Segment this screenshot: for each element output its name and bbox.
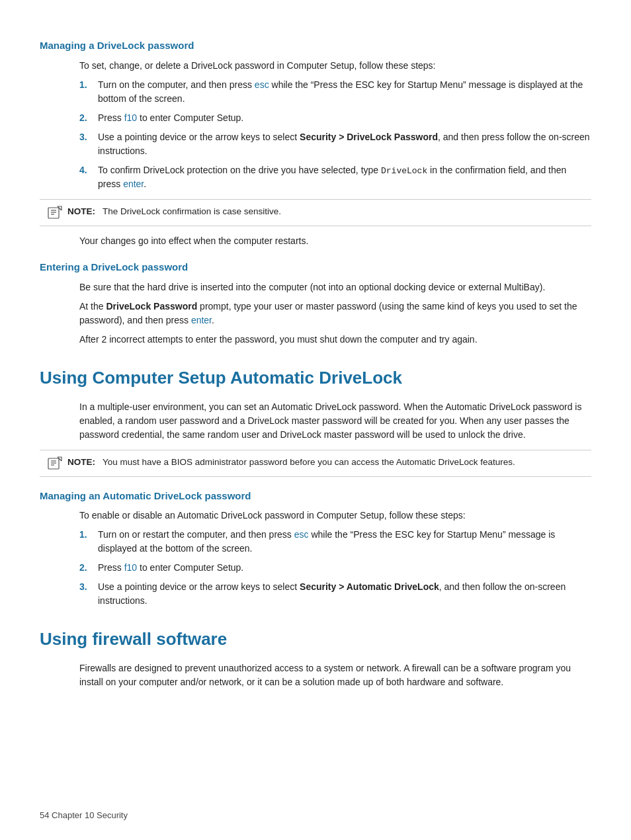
list-item: 3. Use a pointing device or the arrow ke… xyxy=(79,130,591,158)
firewall-para1: Firewalls are designed to prevent unauth… xyxy=(79,661,591,689)
esc-link[interactable]: esc xyxy=(294,529,309,540)
step-content: Turn on or restart the computer, and the… xyxy=(98,528,591,556)
step-number: 3. xyxy=(79,580,98,608)
step-number: 1. xyxy=(79,78,98,106)
step-number: 1. xyxy=(79,528,98,556)
managing-drivelock-steps: 1. Turn on the computer, and then press … xyxy=(79,78,591,192)
step-content: Use a pointing device or the arrow keys … xyxy=(98,130,591,158)
note-text-auto: NOTE: You must have a BIOS administrator… xyxy=(67,456,515,469)
page-footer: 54 Chapter 10 Security xyxy=(40,809,128,822)
code-text: DriveLock xyxy=(381,166,427,176)
note-text: NOTE: The DriveLock confirmation is case… xyxy=(67,205,281,218)
step-number: 2. xyxy=(79,561,98,575)
note-label-auto: NOTE: xyxy=(67,457,95,467)
entering-para1: Be sure that the hard drive is inserted … xyxy=(79,280,591,294)
enter-link[interactable]: enter xyxy=(191,315,212,325)
managing-drivelock-heading: Managing a DriveLock password xyxy=(40,38,591,54)
step-content: Turn on the computer, and then press esc… xyxy=(98,78,591,106)
after-note-text: Your changes go into effect when the com… xyxy=(79,234,591,248)
list-item: 3. Use a pointing device or the arrow ke… xyxy=(79,580,591,608)
svg-rect-0 xyxy=(48,208,59,218)
step-content: Press f10 to enter Computer Setup. xyxy=(98,561,591,575)
auto-drivelock-chapter-heading: Using Computer Setup Automatic DriveLock xyxy=(40,365,591,391)
step-number: 4. xyxy=(79,163,98,192)
auto-drivelock-para1: In a multiple-user environment, you can … xyxy=(79,400,591,442)
note-box: NOTE: The DriveLock confirmation is case… xyxy=(40,199,591,226)
auto-drivelock-chapter: Using Computer Setup Automatic DriveLock… xyxy=(40,365,591,477)
bold-text: Security > DriveLock Password xyxy=(300,132,438,142)
firewall-heading: Using firewall software xyxy=(40,626,591,652)
step-content: To confirm DriveLock protection on the d… xyxy=(98,163,591,192)
step-number: 3. xyxy=(79,130,98,158)
entering-drivelock-section: Entering a DriveLock password Be sure th… xyxy=(40,260,591,347)
list-item: 1. Turn on the computer, and then press … xyxy=(79,78,591,106)
enter-link[interactable]: enter xyxy=(123,179,144,189)
entering-para3: After 2 incorrect attempts to enter the … xyxy=(79,333,591,347)
managing-drivelock-intro: To set, change, or delete a DriveLock pa… xyxy=(79,59,591,73)
bold-text: DriveLock Password xyxy=(106,301,197,312)
entering-drivelock-heading: Entering a DriveLock password xyxy=(40,260,591,275)
esc-link[interactable]: esc xyxy=(255,79,269,90)
svg-rect-4 xyxy=(48,458,59,469)
managing-auto-intro: To enable or disable an Automatic DriveL… xyxy=(79,509,591,523)
managing-auto-drivelock-section: Managing an Automatic DriveLock password… xyxy=(40,489,591,609)
list-item: 4. To confirm DriveLock protection on th… xyxy=(79,163,591,192)
entering-para2: At the DriveLock Password prompt, type y… xyxy=(79,300,591,327)
f10-link[interactable]: f10 xyxy=(124,112,137,123)
f10-link[interactable]: f10 xyxy=(124,562,137,573)
list-item: 2. Press f10 to enter Computer Setup. xyxy=(79,111,591,125)
step-content: Use a pointing device or the arrow keys … xyxy=(98,580,591,608)
bold-text: Security > Automatic DriveLock xyxy=(300,581,439,592)
managing-auto-drivelock-heading: Managing an Automatic DriveLock password xyxy=(40,489,591,504)
note-box-auto: NOTE: You must have a BIOS administrator… xyxy=(40,450,591,477)
managing-drivelock-section: Managing a DriveLock password To set, ch… xyxy=(40,38,591,248)
note-icon xyxy=(48,206,62,220)
step-content: Press f10 to enter Computer Setup. xyxy=(98,111,591,125)
step-number: 2. xyxy=(79,111,98,125)
firewall-section: Using firewall software Firewalls are de… xyxy=(40,626,591,689)
page: Managing a DriveLock password To set, ch… xyxy=(0,0,631,840)
list-item: 1. Turn on or restart the computer, and … xyxy=(79,528,591,556)
note-icon xyxy=(48,456,62,471)
list-item: 2. Press f10 to enter Computer Setup. xyxy=(79,561,591,575)
note-label: NOTE: xyxy=(67,206,95,216)
managing-auto-steps: 1. Turn on or restart the computer, and … xyxy=(79,528,591,608)
